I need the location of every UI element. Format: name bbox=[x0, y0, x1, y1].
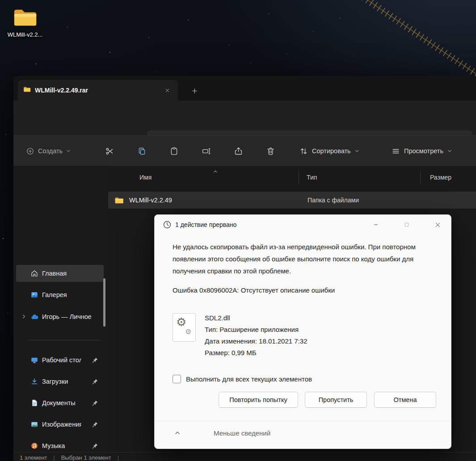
column-divider[interactable] bbox=[299, 171, 299, 184]
sort-arrows-icon bbox=[299, 147, 308, 155]
dialog-file-name: SDL2.dll bbox=[205, 314, 230, 322]
copy-error-dialog: 1 действие прервано Не удалось скопирова… bbox=[154, 214, 451, 449]
minimize-icon bbox=[373, 222, 379, 227]
column-header-size[interactable]: Размер bbox=[430, 174, 451, 181]
sidebar-item-label: Игорь — Личное bbox=[42, 308, 91, 325]
view-lines-icon bbox=[392, 147, 400, 155]
create-new-button[interactable]: Создать bbox=[26, 136, 71, 166]
command-bar: Создать bbox=[13, 135, 476, 167]
onedrive-cloud-icon bbox=[30, 313, 39, 321]
home-icon bbox=[30, 269, 38, 277]
chevron-up-icon bbox=[174, 430, 181, 436]
dialog-maximize-button[interactable] bbox=[396, 218, 417, 231]
gear-icon: ⚙ bbox=[185, 328, 191, 335]
status-divider: | bbox=[53, 454, 55, 461]
dll-file-icon: ⚙ ⚙ bbox=[173, 313, 196, 342]
chevron-down-icon bbox=[447, 149, 452, 153]
scissors-icon bbox=[105, 147, 114, 156]
desktop-shortcut-label: WLMill-v2.2... bbox=[4, 31, 46, 38]
sort-label: Сортировать bbox=[312, 147, 351, 155]
column-header-type[interactable]: Тип bbox=[307, 174, 317, 181]
sidebar-item-onedrive[interactable]: Игорь — Личное bbox=[16, 308, 104, 325]
dialog-title-bar[interactable]: 1 действие прервано bbox=[155, 215, 451, 235]
create-new-label: Создать bbox=[38, 147, 63, 155]
sidebar-item-label: Документы bbox=[42, 394, 81, 411]
column-header-name[interactable]: Имя bbox=[139, 174, 152, 181]
pictures-icon bbox=[30, 420, 38, 428]
dialog-file-type: Тип: Расширение приложения bbox=[205, 326, 299, 333]
desktop-shortcut-wlmill[interactable]: WLMill-v2.2... bbox=[4, 7, 46, 38]
music-icon bbox=[30, 442, 38, 450]
share-icon bbox=[234, 147, 243, 156]
trash-icon bbox=[266, 147, 275, 156]
delete-button[interactable] bbox=[261, 142, 279, 160]
folder-icon bbox=[114, 197, 124, 204]
apply-to-all-checkbox[interactable] bbox=[173, 375, 181, 383]
downloads-icon bbox=[30, 377, 38, 386]
sidebar-item-label: Рабочий стол bbox=[42, 352, 81, 369]
fewer-details-toggle[interactable]: Меньше сведений bbox=[155, 421, 451, 448]
sidebar-item-label: Галерея bbox=[42, 286, 100, 303]
sort-button[interactable]: Сортировать bbox=[299, 136, 359, 166]
close-icon bbox=[165, 88, 170, 93]
sidebar-item-label: Изображения bbox=[42, 416, 81, 433]
fewer-details-label: Меньше сведений bbox=[214, 429, 270, 437]
retry-button[interactable]: Повторить попытку bbox=[219, 392, 298, 408]
column-divider[interactable] bbox=[420, 171, 421, 184]
chevron-right-icon[interactable] bbox=[21, 314, 26, 319]
status-bar: 1 элемент | Выбран 1 элемент | bbox=[13, 452, 476, 461]
view-label: Просмотреть bbox=[404, 147, 443, 155]
tab-wlmill-rar[interactable]: WLMill-v2.2.49.rar bbox=[18, 80, 178, 101]
sidebar-item-home[interactable]: Главная bbox=[16, 265, 104, 282]
dialog-title: 1 действие прервано bbox=[175, 215, 236, 235]
gear-icon: ⚙ bbox=[176, 316, 186, 328]
share-button[interactable] bbox=[229, 142, 247, 160]
copy-button[interactable] bbox=[133, 142, 151, 160]
maximize-icon bbox=[404, 222, 409, 227]
pin-icon bbox=[92, 421, 98, 427]
paste-button[interactable] bbox=[165, 142, 183, 160]
file-type: Папка с файлами bbox=[308, 197, 359, 204]
pin-icon bbox=[92, 400, 98, 406]
sort-direction-icon bbox=[213, 168, 218, 176]
dialog-close-button[interactable] bbox=[427, 218, 448, 231]
documents-icon bbox=[30, 399, 38, 407]
archive-folder-icon bbox=[23, 86, 31, 94]
navigation-pane: Главная Галерея И bbox=[13, 167, 107, 451]
pin-icon bbox=[92, 378, 98, 385]
error-message: Не удалось скопировать файл из-за непред… bbox=[173, 241, 435, 277]
dialog-minimize-button[interactable] bbox=[366, 218, 386, 231]
sidebar-item-label: Загрузки bbox=[42, 373, 81, 390]
sidebar-item-gallery[interactable]: Галерея bbox=[16, 286, 104, 303]
tab-strip: WLMill-v2.2.49.rar bbox=[13, 76, 476, 101]
apply-to-all-label: Выполнить для всех текущих элементов bbox=[186, 375, 312, 383]
file-name: WLMill-v2.2.49 bbox=[129, 197, 172, 204]
sidebar-item-downloads[interactable]: Загрузки bbox=[16, 373, 104, 390]
sidebar-scrollbar[interactable] bbox=[103, 278, 105, 327]
cut-button[interactable] bbox=[101, 142, 118, 160]
dialog-file-modified: Дата изменения: 18.01.2021 7:32 bbox=[205, 337, 307, 345]
sidebar-item-pictures[interactable]: Изображения bbox=[16, 416, 104, 433]
pin-icon bbox=[92, 357, 98, 363]
plus-icon bbox=[192, 88, 198, 94]
cancel-button[interactable]: Отмена bbox=[374, 392, 436, 408]
status-divider: | bbox=[118, 454, 119, 461]
tab-title: WLMill-v2.2.49.rar bbox=[35, 87, 162, 94]
paste-icon bbox=[169, 147, 179, 156]
rename-button[interactable] bbox=[197, 142, 215, 160]
status-item-count: 1 элемент bbox=[20, 454, 47, 461]
tab-close-button[interactable] bbox=[162, 85, 173, 96]
navigation-bar: Загрузки WLMill-v2.2.49.rar bbox=[13, 101, 476, 135]
sidebar-item-desktop[interactable]: Рабочий стол bbox=[16, 352, 104, 369]
copy-icon bbox=[137, 147, 147, 156]
view-button[interactable]: Просмотреть bbox=[392, 136, 452, 166]
new-tab-button[interactable] bbox=[189, 85, 200, 96]
skip-button[interactable]: Пропустить bbox=[305, 392, 367, 408]
chevron-down-icon bbox=[355, 149, 359, 153]
close-icon bbox=[435, 222, 441, 228]
file-row-wlmill-folder[interactable]: WLMill-v2.2.49 Папка с файлами bbox=[108, 192, 476, 209]
error-code-line: Ошибка 0x8096002A: Отсутствует описание … bbox=[173, 286, 335, 294]
sidebar-divider bbox=[29, 340, 100, 340]
sidebar-item-documents[interactable]: Документы bbox=[16, 394, 104, 411]
sidebar-item-label: Главная bbox=[42, 265, 100, 282]
